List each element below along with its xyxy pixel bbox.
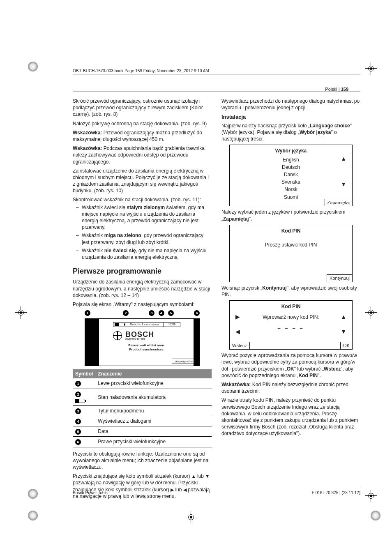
body-text: Nałożyć pokrywę ochronną na stację dokow… bbox=[73, 120, 212, 127]
table-row: 6Prawe przyciski wielofunkcyjne bbox=[73, 437, 212, 447]
body-text: Skrócić przewód ograniczający, ostrożnie… bbox=[73, 98, 212, 118]
list-item: Svenska bbox=[233, 178, 349, 186]
up-arrow-icon: ▲ bbox=[191, 474, 196, 479]
body-text: Najpierw należy nacisnąć przycisk koło „… bbox=[221, 122, 360, 143]
callout-numbers: 1 2 3 4 5 6 bbox=[85, 310, 200, 316]
ok-button: OK bbox=[340, 342, 353, 350]
screen-title: Wybór języka bbox=[233, 147, 349, 154]
symbol-table: SymbolZnaczenie 1Lewe przyciski wielofun… bbox=[73, 369, 212, 447]
list-item: Wskaźnik miga na zielono, gdy przewód og… bbox=[76, 232, 212, 245]
pin-prompt-screen: Kod PIN Proszę ustawić kod PIN Kontynuuj bbox=[229, 225, 353, 282]
right-column: Wyświetlacz przechodzi do następnego dia… bbox=[221, 98, 360, 502]
callout-3: 3 bbox=[149, 310, 154, 316]
down-arrow-icon: ▼ bbox=[205, 474, 210, 479]
page-footer: Bosch Power Tools F 016 L70 825 | (23.11… bbox=[73, 489, 360, 495]
list-item: Wskaźnik nie świeci się, gdy nie ma napi… bbox=[76, 247, 212, 260]
col-symbol: Symbol bbox=[73, 369, 95, 378]
footer-left: Bosch Power Tools bbox=[73, 491, 108, 495]
brand-tagline: Invented for life bbox=[125, 337, 145, 341]
registration-mark bbox=[28, 511, 38, 520]
crop-mark bbox=[365, 490, 377, 502]
list-item: Norsk bbox=[233, 186, 349, 193]
callout-4: 4 bbox=[159, 310, 164, 316]
registration-mark bbox=[28, 489, 38, 499]
date-label: 17/09 bbox=[164, 322, 180, 326]
page-label: Polski | 159 bbox=[325, 87, 348, 92]
body-text: Wcisnąć przycisk „Kontynuuj", aby wprowa… bbox=[221, 285, 360, 298]
body-text: Przyciski te obsługują równe funkcje. Uz… bbox=[73, 451, 212, 471]
callout-2: 2 bbox=[123, 310, 129, 316]
welcome-screen-illustration: Robotic Lawnmower 17/09 BOSCH Invented f… bbox=[85, 318, 200, 366]
body-text: Urządzenie do zasilania energią elektryc… bbox=[73, 279, 212, 299]
registration-mark bbox=[371, 511, 380, 520]
battery-icon bbox=[115, 323, 125, 326]
body-text: Wskazówka: Podczas spulchniania bądź gra… bbox=[73, 145, 212, 165]
header-rule bbox=[73, 92, 360, 92]
crop-mark bbox=[15, 306, 27, 319]
sync-text: Product synchronises bbox=[120, 348, 173, 352]
col-meaning: Znaczenie bbox=[95, 369, 212, 378]
continue-button: Kontynuuj bbox=[327, 274, 353, 282]
body-text: Wskazówka: Przewód ograniczający można p… bbox=[73, 129, 212, 143]
section-heading: Pierwsze programowanie bbox=[73, 266, 212, 276]
body-text: Wybrać pozycję wprowadzania za pomocą ku… bbox=[221, 352, 360, 379]
right-arrow-icon: ▶ bbox=[235, 313, 240, 321]
list-item: Deutsch bbox=[233, 164, 349, 171]
up-arrow-icon: ▲ bbox=[341, 313, 346, 321]
screen-title: Kod PIN bbox=[233, 228, 349, 234]
screen-title: Kod PIN bbox=[233, 303, 349, 310]
crop-mark bbox=[185, 511, 197, 523]
screen-message: Wprowadź nowy kod PIN: bbox=[233, 314, 349, 320]
source-file-path: OBJ_BUCH-1573-003.book Page 159 Friday, … bbox=[73, 68, 360, 74]
pin-entry-screen: Kod PIN Wprowadź nowy kod PIN: – – – – ▶… bbox=[229, 300, 353, 350]
back-button: Wstecz bbox=[229, 342, 250, 350]
body-text: Należy wybrać jeden z języków i potwierd… bbox=[221, 209, 360, 222]
table-row: 2 Stan naładowania akumulatora bbox=[73, 389, 212, 405]
callout-5: 5 bbox=[168, 310, 174, 316]
table-row: 3Tytuł menu/podmenu bbox=[73, 405, 212, 416]
body-text: Przyciski znajdujące się koło symboli st… bbox=[73, 473, 212, 500]
left-arrow-icon: ◀ bbox=[235, 328, 240, 336]
table-row: 1Lewe przyciski wielofunkcyjne bbox=[73, 378, 212, 389]
body-text: Wyświetlacz przechodzi do następnego dia… bbox=[221, 98, 360, 111]
subsection-heading: Instalacja bbox=[221, 113, 360, 121]
language-choice-button: Language choice bbox=[172, 359, 198, 364]
crop-mark bbox=[365, 306, 377, 319]
table-row: 4Wyświetlacz z dialogami bbox=[73, 416, 212, 426]
down-arrow-icon: ▼ bbox=[341, 328, 346, 336]
body-text: Skontrolować wskaźnik na stacji dokowani… bbox=[73, 196, 212, 203]
body-text: Zainstalować urządzenie do zasilania ene… bbox=[73, 168, 212, 194]
up-arrow-icon: ▲ bbox=[341, 155, 346, 163]
callout-1: 1 bbox=[85, 310, 90, 316]
left-column: Skrócić przewód ograniczający, ostrożnie… bbox=[73, 98, 212, 502]
pin-placeholder: – – – – bbox=[233, 325, 349, 332]
save-button: Zapamiętaj bbox=[325, 199, 353, 207]
battery-icon bbox=[75, 399, 85, 403]
screen-message: Proszę ustawić kod PIN bbox=[233, 242, 349, 248]
language-list: English Deutsch Dansk Svenska Norsk Suom… bbox=[233, 156, 349, 201]
crop-mark bbox=[365, 62, 377, 75]
body-text: Wskazówka: Kod PIN należy bezwzględnie c… bbox=[221, 381, 360, 394]
body-text: Pojawia się ekran „Witamy" z następujący… bbox=[73, 301, 212, 308]
registration-mark bbox=[28, 62, 38, 71]
globe-icon bbox=[113, 331, 122, 340]
table-row: 5Data bbox=[73, 426, 212, 437]
list-item: Dansk bbox=[233, 171, 349, 178]
mower-label: Robotic Lawnmower bbox=[126, 322, 164, 326]
language-select-screen: Wybór języka English Deutsch Dansk Svens… bbox=[229, 145, 353, 206]
list-item: English bbox=[233, 156, 349, 164]
down-arrow-icon: ▼ bbox=[341, 180, 346, 188]
footer-right: F 016 L70 825 | (23.11.12) bbox=[312, 491, 360, 495]
list-item: Wskaźnik świeci się stałym zielonym świa… bbox=[76, 204, 212, 231]
callout-6: 6 bbox=[194, 310, 200, 316]
indicator-list: Wskaźnik świeci się stałym zielonym świa… bbox=[73, 204, 212, 261]
body-text: W razie utraty kodu PIN, należy przynieś… bbox=[221, 397, 360, 437]
